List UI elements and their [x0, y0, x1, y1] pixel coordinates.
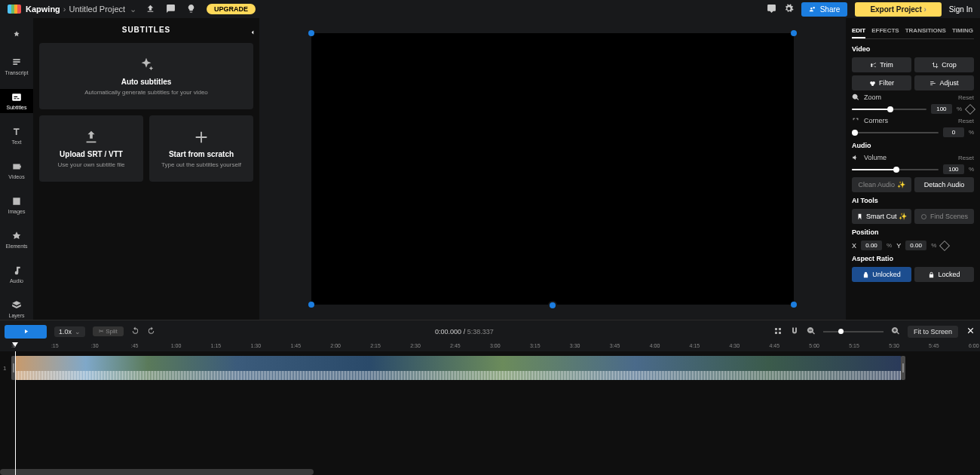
clip-handle-right[interactable]: [901, 356, 905, 380]
unlocked-button[interactable]: Unlocked: [852, 267, 911, 282]
pos-x-value[interactable]: 0.00: [861, 241, 882, 250]
trim-button[interactable]: Trim: [852, 57, 911, 72]
zoom-slider[interactable]: [852, 109, 926, 110]
card-auto-subtitles[interactable]: Auto subtitles Automatically generate su…: [39, 43, 253, 109]
detach-audio-button[interactable]: Detach Audio: [914, 177, 974, 192]
resize-handle-tr[interactable]: [791, 30, 797, 36]
logo: [8, 5, 21, 14]
tab-transitions[interactable]: TRANSITIONS: [905, 24, 946, 38]
zoom-out-icon[interactable]: [807, 326, 816, 337]
card-start-scratch[interactable]: Start from scratch Type out the subtitle…: [149, 115, 253, 182]
volume-reset[interactable]: Reset: [958, 155, 974, 161]
sidebar-item-subtitles[interactable]: Subtitles: [0, 89, 33, 113]
left-rail: Transcript Subtitles Text Videos Images …: [0, 18, 33, 320]
ruler-tick: :30: [91, 343, 99, 348]
resize-handle-tl[interactable]: [308, 30, 314, 36]
tab-timing[interactable]: TIMING: [952, 24, 973, 38]
find-scenes-button[interactable]: Find Scenes: [914, 209, 974, 224]
tab-effects[interactable]: EFFECTS: [871, 24, 899, 38]
chevron-right-icon: ›: [63, 5, 66, 14]
horizontal-scrollbar[interactable]: [0, 469, 314, 475]
pos-keyframe[interactable]: [939, 240, 950, 250]
upload-icon: [83, 129, 100, 146]
ruler-tick: 2:45: [450, 343, 461, 348]
playhead[interactable]: [15, 351, 16, 475]
ruler-tick: :15: [51, 343, 59, 348]
video-clip[interactable]: [15, 356, 902, 380]
tab-edit[interactable]: EDIT: [852, 24, 865, 38]
ruler-tick: 3:45: [610, 343, 620, 348]
gear-icon[interactable]: [784, 4, 794, 15]
collapse-icon[interactable]: [249, 26, 256, 39]
timeline-ruler[interactable]: :0:15:30:451:001:151:301:452:002:152:302…: [0, 342, 980, 351]
resize-handle-br[interactable]: [791, 302, 797, 308]
ruler-tick: 2:15: [370, 343, 381, 348]
corners-value[interactable]: 0: [943, 127, 964, 137]
undo-button[interactable]: [131, 326, 139, 336]
corners-reset[interactable]: Reset: [958, 118, 974, 124]
ruler-tick: 5:15: [849, 343, 859, 348]
video-canvas[interactable]: [311, 33, 794, 305]
zoom-keyframe[interactable]: [965, 103, 975, 114]
sidebar-item-images[interactable]: Images: [0, 193, 33, 217]
export-button[interactable]: Export Project ›: [855, 2, 941, 17]
notification-icon[interactable]: [767, 4, 776, 15]
ruler-tick: 4:45: [769, 343, 779, 348]
zoom-icon: [852, 93, 859, 101]
zoom-value[interactable]: 100: [931, 104, 952, 114]
ruler-tick: :45: [131, 343, 139, 348]
brand: Kapwing: [26, 5, 60, 14]
adjust-button[interactable]: Adjust: [914, 75, 974, 90]
corners-label: Corners: [864, 117, 954, 124]
svg-point-2: [871, 83, 874, 86]
ruler-tick: 4:00: [650, 343, 660, 348]
timeline-tracks[interactable]: 1: [0, 351, 980, 475]
magnet-icon[interactable]: [790, 326, 799, 337]
speed-selector[interactable]: 1.0x⌄: [54, 326, 85, 337]
canvas-area[interactable]: [259, 18, 846, 320]
volume-slider[interactable]: [852, 169, 939, 170]
corners-icon: [852, 117, 859, 124]
ruler-tick: 1:15: [211, 343, 222, 348]
signin-button[interactable]: Sign In: [949, 5, 972, 14]
split-button[interactable]: ✂ Split: [93, 326, 124, 336]
volume-label: Volume: [864, 154, 954, 161]
project-dropdown[interactable]: ⌄: [130, 5, 136, 14]
crop-button[interactable]: Crop: [914, 57, 974, 72]
project-title[interactable]: Untitled Project: [69, 5, 126, 14]
upload-icon[interactable]: [145, 4, 155, 15]
smart-cut-button[interactable]: Smart Cut ✨: [852, 209, 911, 224]
section-ai: AI Tools: [852, 197, 974, 204]
sparkle-icon: [138, 57, 155, 73]
comment-icon[interactable]: [166, 4, 176, 15]
rotate-handle[interactable]: [548, 301, 557, 310]
corners-slider[interactable]: [852, 132, 939, 133]
sidebar-item-audio[interactable]: Audio: [0, 262, 33, 287]
snap-icon[interactable]: [773, 326, 782, 337]
filter-button[interactable]: Filter: [852, 75, 911, 90]
share-button[interactable]: Share: [801, 2, 848, 17]
section-audio: Audio: [852, 142, 974, 149]
card-upload-srt[interactable]: Upload SRT / VTT Use your own subtitle f…: [39, 115, 143, 182]
sidebar-item-layers[interactable]: Layers: [0, 297, 33, 321]
pos-y-value[interactable]: 0.00: [905, 241, 926, 250]
zoom-reset[interactable]: Reset: [958, 94, 974, 101]
sidebar-item-text[interactable]: Text: [0, 124, 33, 148]
zoom-in-icon[interactable]: [891, 326, 900, 337]
upgrade-button[interactable]: UPGRADE: [207, 4, 256, 14]
locked-button[interactable]: Locked: [914, 267, 974, 282]
sidebar-item-transcript[interactable]: Transcript: [0, 54, 33, 78]
sidebar-item-elements[interactable]: Elements: [0, 228, 33, 252]
section-video: Video: [852, 45, 974, 53]
play-button[interactable]: [5, 325, 47, 339]
fit-to-screen-button[interactable]: Fit to Screen: [908, 326, 958, 338]
volume-value[interactable]: 100: [943, 164, 964, 174]
redo-button[interactable]: [147, 326, 155, 336]
timeline-zoom-slider[interactable]: [823, 331, 884, 332]
resize-handle-bl[interactable]: [308, 302, 314, 308]
sidebar-item-videos[interactable]: Videos: [0, 158, 33, 182]
clean-audio-button[interactable]: Clean Audio ✨: [852, 177, 911, 192]
close-icon[interactable]: [966, 326, 975, 337]
sidebar-item-add[interactable]: [0, 30, 33, 44]
lightbulb-icon[interactable]: [186, 4, 196, 15]
